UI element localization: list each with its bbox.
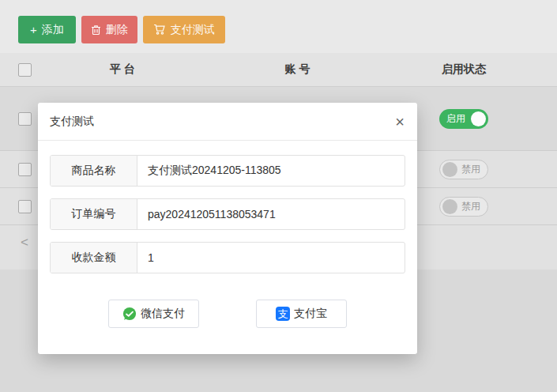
amount-value[interactable]: 1 <box>137 243 405 273</box>
product-name-field: 商品名称 支付测试20241205-113805 <box>50 155 405 187</box>
pagination-prev-icon[interactable]: < <box>21 235 28 251</box>
status-toggle-label: 禁用 <box>461 200 480 213</box>
delete-button[interactable]: 删除 <box>81 16 137 43</box>
wechat-pay-button[interactable]: 微信支付 <box>108 300 199 328</box>
order-number-field: 订单编号 pay202412051138053471 <box>50 198 405 230</box>
order-number-label: 订单编号 <box>51 199 137 229</box>
modal-title: 支付测试 <box>50 115 94 129</box>
amount-field: 收款金额 1 <box>50 242 405 273</box>
status-toggle-off[interactable]: 禁用 <box>439 160 488 179</box>
add-button[interactable]: + 添加 <box>18 16 76 43</box>
header-status-label: 启用状态 <box>442 62 486 77</box>
row-checkbox[interactable] <box>18 112 32 126</box>
row-status-cell: 禁用 <box>399 197 557 217</box>
row-checkbox[interactable] <box>18 200 32 213</box>
header-platform: 平 台 <box>49 62 196 77</box>
delete-button-label: 删除 <box>106 16 128 43</box>
row-status-cell: 启用 <box>399 109 557 129</box>
order-number-value[interactable]: pay202412051138053471 <box>137 199 405 229</box>
status-toggle-label: 禁用 <box>461 163 480 176</box>
toggle-knob <box>442 162 457 177</box>
pay-test-modal: 支付测试 × 商品名称 支付测试20241205-113805 订单编号 pay… <box>38 103 417 354</box>
pay-test-button-label: 支付测试 <box>171 16 215 43</box>
product-name-value[interactable]: 支付测试20241205-113805 <box>137 156 405 186</box>
trash-icon <box>91 24 101 36</box>
pay-test-button[interactable]: 支付测试 <box>143 16 225 43</box>
select-all-checkbox[interactable] <box>18 63 32 77</box>
header-account: 账 号 <box>196 62 399 77</box>
modal-header: 支付测试 × <box>38 103 417 141</box>
alipay-icon-glyph: 支 <box>278 309 288 319</box>
amount-label: 收款金额 <box>51 243 137 273</box>
alipay-button[interactable]: 支 支付宝 <box>256 300 347 328</box>
product-name-label: 商品名称 <box>51 156 137 186</box>
toolbar: + 添加 删除 支付测试 <box>0 0 557 53</box>
toggle-knob <box>471 111 486 126</box>
toggle-knob <box>442 199 457 214</box>
status-toggle-off[interactable]: 禁用 <box>439 197 488 217</box>
row-checkbox[interactable] <box>18 163 32 176</box>
row-status-cell: 禁用 <box>399 160 557 179</box>
alipay-icon: 支 <box>276 307 290 321</box>
modal-body: 商品名称 支付测试20241205-113805 订单编号 pay2024120… <box>38 141 417 328</box>
wechat-pay-label: 微信支付 <box>141 307 185 321</box>
add-button-label: 添加 <box>42 16 64 43</box>
alipay-label: 支付宝 <box>294 307 327 321</box>
cart-icon <box>153 24 166 36</box>
status-toggle-on[interactable]: 启用 <box>439 109 488 129</box>
wechat-pay-icon <box>122 307 137 321</box>
header-status: 启用状态 <box>399 62 557 77</box>
status-toggle-label: 启用 <box>446 112 465 126</box>
pay-actions: 微信支付 支 支付宝 <box>50 300 405 328</box>
plus-icon: + <box>30 24 37 36</box>
close-icon[interactable]: × <box>395 114 405 130</box>
header-checkbox-cell <box>0 63 49 77</box>
table-header: 平 台 账 号 启用状态 <box>0 53 557 87</box>
